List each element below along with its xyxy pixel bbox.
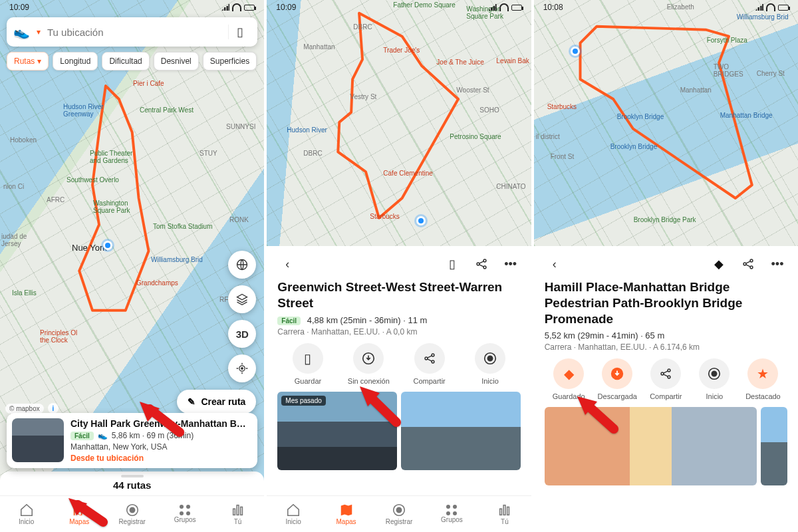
gallery-photo[interactable]: Mes pasado — [277, 392, 397, 470]
svg-point-16 — [425, 357, 428, 360]
tab-grupos[interactable]: Grupos — [426, 496, 478, 532]
screen-1-route-list: 10:09 West New York Pier i Cafe Hudson R… — [0, 0, 267, 532]
record-icon — [699, 358, 730, 389]
download-filled-icon — [602, 358, 632, 389]
svg-point-29 — [750, 259, 753, 262]
route-title: Greenwich Street-West Street-Warren Stre… — [277, 279, 520, 311]
signal-icon — [755, 4, 763, 11]
status-time: 10:08 — [543, 3, 563, 12]
action-sin-conexion[interactable]: Sin conexión — [338, 343, 399, 385]
svg-point-28 — [743, 263, 746, 265]
photo-gallery[interactable] — [545, 407, 787, 485]
route-subline: Carrera · Manhattan, EE.UU. · A 6.174,6 … — [545, 342, 787, 352]
svg-rect-24 — [503, 505, 505, 515]
action-guardado[interactable]: ◆Guardado — [545, 358, 593, 400]
shoe-icon: 👟 — [98, 431, 108, 440]
route-count-bar[interactable]: 44 rutas — [0, 471, 264, 496]
route-card-from[interactable]: Desde tu ubicación — [70, 454, 252, 463]
route-sheet: ‹ ▯ ••• Greenwich Street-West Street-War… — [267, 246, 531, 532]
route-card-stats: 5,86 km · 69 m (36min) — [112, 431, 194, 440]
share-button[interactable] — [471, 254, 491, 274]
share-icon — [414, 343, 445, 374]
search-bar[interactable]: 👟 ▾ ▯ — [7, 17, 257, 47]
user-location-dot — [103, 241, 112, 250]
svg-point-2 — [241, 368, 243, 370]
3d-button[interactable]: 3D — [228, 320, 256, 348]
status-bar: 10:09 — [267, 3, 531, 12]
info-icon[interactable]: i — [48, 403, 59, 414]
chevron-down-icon[interactable]: ▾ — [37, 27, 41, 37]
map-style-button[interactable] — [228, 251, 256, 279]
share-button[interactable] — [738, 254, 758, 274]
tab-mapas[interactable]: Mapas — [320, 496, 372, 532]
action-inicio[interactable]: Inicio — [690, 358, 739, 400]
locate-me-button[interactable] — [228, 354, 256, 382]
location-input[interactable] — [47, 27, 221, 38]
running-shoe-icon[interactable]: 👟 — [13, 24, 30, 40]
wifi-icon — [232, 3, 241, 11]
filter-rutas[interactable]: Rutas▾ — [7, 52, 49, 70]
filter-desnivel[interactable]: Desnivel — [154, 52, 199, 70]
svg-point-32 — [661, 372, 664, 375]
gallery-photo[interactable] — [545, 407, 757, 485]
tab-inicio[interactable]: Inicio — [267, 496, 319, 532]
tab-registrar[interactable]: Registrar — [106, 496, 158, 532]
battery-icon — [244, 5, 255, 11]
more-button[interactable]: ••• — [501, 254, 521, 274]
gallery-photo[interactable] — [401, 392, 521, 470]
filter-longitud[interactable]: Longitud — [53, 52, 98, 70]
svg-point-33 — [668, 369, 670, 372]
status-bar: 10:08 — [534, 3, 798, 12]
tab-registrar[interactable]: Registrar — [372, 496, 425, 532]
bookmark-outline-icon: ▯ — [293, 343, 323, 374]
screen-2-route-detail: 10:09 Father Demo Square Washington Squa… — [267, 0, 533, 532]
tab-inicio[interactable]: Inicio — [0, 496, 53, 532]
tab-mapas[interactable]: Mapas — [53, 496, 105, 532]
tab-tu[interactable]: Tú — [211, 496, 264, 532]
bookmark-button[interactable]: ▯ — [442, 254, 462, 274]
action-guardar[interactable]: ▯Guardar — [277, 343, 338, 385]
action-compartir[interactable]: Compartir — [642, 358, 690, 400]
map-route-preview[interactable]: Elizabeth Williamsburg Brid Forsyth Plaz… — [534, 0, 798, 246]
status-time: 10:09 — [276, 3, 296, 12]
action-compartir[interactable]: Compartir — [399, 343, 460, 385]
svg-point-4 — [130, 507, 134, 512]
filter-superficies[interactable]: Superficies — [203, 52, 257, 70]
bookmark-filled-icon[interactable]: ◆ — [709, 254, 729, 274]
filter-dificultad[interactable]: Dificultad — [102, 52, 149, 70]
svg-rect-7 — [240, 507, 242, 515]
share-icon — [650, 358, 681, 389]
status-bar: 10:09 — [0, 3, 264, 12]
map-route-preview[interactable]: Father Demo Square Washington Square Par… — [267, 0, 531, 246]
action-descargada[interactable]: Descargada — [593, 358, 642, 400]
layers-button[interactable] — [228, 285, 256, 313]
photo-gallery[interactable]: Mes pasado — [277, 392, 520, 470]
tab-tu[interactable]: Tú — [478, 496, 531, 532]
svg-point-20 — [487, 356, 492, 360]
back-button[interactable]: ‹ — [277, 254, 297, 274]
bottom-tabs: Inicio Mapas Registrar Grupos Tú — [0, 495, 264, 532]
gallery-time-badge: Mes pasado — [281, 396, 325, 406]
action-row: ▯Guardar Sin conexión Compartir Inicio — [277, 343, 520, 385]
svg-rect-5 — [233, 509, 235, 515]
action-destacado[interactable]: ★Destacado — [739, 358, 787, 400]
bookmark-icon[interactable]: ▯ — [228, 25, 251, 39]
more-button[interactable]: ••• — [767, 254, 787, 274]
action-inicio[interactable]: Inicio — [460, 343, 520, 385]
route-card-title: City Hall Park Greenway-Manhattan B… — [70, 418, 252, 429]
tab-grupos[interactable]: Grupos — [158, 496, 211, 532]
route-thumbnail — [12, 418, 64, 462]
svg-point-22 — [396, 507, 401, 512]
gallery-photo[interactable] — [761, 407, 787, 485]
svg-point-14 — [483, 266, 486, 269]
back-button[interactable]: ‹ — [545, 254, 565, 274]
battery-icon — [511, 5, 522, 11]
route-card[interactable]: City Hall Park Greenway-Manhattan B… Fác… — [7, 413, 257, 468]
svg-point-18 — [432, 360, 434, 363]
create-route-button[interactable]: ✎ Crear ruta — [177, 390, 256, 414]
route-sheet: ‹ ◆ ••• Hamill Place-Manhattan Bridge Pe… — [534, 246, 798, 532]
filter-row: Rutas▾ Longitud Dificultad Desnivel Supe… — [7, 52, 257, 70]
user-location-dot — [571, 47, 580, 56]
difficulty-badge: Fácil — [70, 432, 94, 440]
svg-point-36 — [712, 372, 717, 376]
